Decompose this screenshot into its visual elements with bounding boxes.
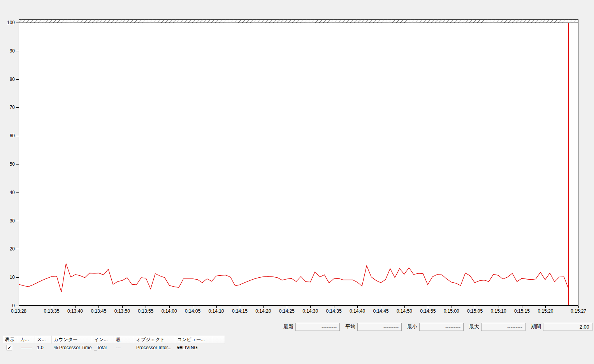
counter-color-cell	[18, 344, 35, 352]
x-axis-tick-label: 0:15:15	[510, 308, 534, 314]
x-axis-tick-label: 0:14:30	[299, 308, 322, 314]
counter-instance-cell: _Total	[92, 344, 114, 352]
x-axis-tick	[287, 306, 287, 308]
y-axis-tick-label: 60	[2, 133, 15, 139]
x-axis-tick	[452, 306, 452, 308]
counter-row[interactable]: ✔1.0% Processor Time_Total---Processor I…	[3, 344, 225, 352]
x-axis-tick-label: 0:13:45	[87, 308, 110, 314]
x-axis-tick-label: 0:14:10	[205, 308, 228, 314]
legend-column-header-counter[interactable]: カウンター	[52, 336, 92, 344]
x-axis-tick-label: 0:13:40	[63, 308, 87, 314]
x-axis-tick	[428, 306, 428, 308]
perfmon-graph-panel: 0102030405060708090100 0:13:280:13:350:1…	[0, 0, 594, 364]
x-axis-tick-label: 0:14:45	[369, 308, 392, 314]
y-axis-tick-label: 50	[2, 161, 15, 167]
x-axis-tick	[578, 306, 579, 308]
y-axis-tick	[16, 23, 19, 23]
latest-value: ---------	[295, 323, 340, 331]
x-axis-tick-label: 0:13:50	[111, 308, 134, 314]
y-axis-tick-label: 30	[2, 218, 15, 224]
x-axis-tick	[19, 306, 19, 308]
x-axis-tick-label: 0:13:55	[134, 308, 157, 314]
x-axis-tick	[381, 306, 381, 308]
x-axis-tick	[499, 306, 499, 308]
y-axis-tick-label: 70	[2, 105, 15, 110]
minimum-value: ---------	[419, 323, 464, 331]
y-axis-tick-label: 10	[2, 275, 15, 280]
stats-bar: 最新 --------- 平均 --------- 最小 --------- 最…	[283, 322, 592, 331]
x-axis-tick-label: 0:14:20	[251, 308, 275, 314]
legend-column-header-parent[interactable]: 親	[114, 336, 134, 344]
average-label: 平均	[345, 323, 355, 330]
x-axis-tick	[240, 306, 240, 308]
x-axis-tick	[545, 306, 546, 308]
x-axis-tick	[146, 306, 146, 308]
y-axis-tick	[16, 164, 19, 164]
y-axis-tick	[16, 79, 19, 80]
x-axis-tick-label: 0:15:00	[440, 308, 463, 314]
x-axis-tick	[357, 306, 358, 308]
y-axis-tick-label: 0	[2, 303, 15, 309]
x-axis-tick	[334, 306, 334, 308]
maximum-value: ---------	[481, 323, 525, 331]
counter-color-swatch	[21, 348, 32, 348]
legend-column-header-computer[interactable]: コンピュー...	[175, 336, 213, 344]
x-axis-tick-label: 0:15:20	[534, 308, 557, 314]
x-axis-tick-label: 0:15:10	[487, 308, 510, 314]
y-axis-tick-label: 80	[2, 77, 15, 82]
legend-header-row: 表示カ...ス...カウンターイン...親オブジェクトコンピュー...	[3, 336, 225, 344]
x-axis-tick	[475, 306, 475, 308]
y-axis-tick	[16, 136, 19, 136]
maximum-label: 最大	[469, 323, 479, 330]
chart-plot-area[interactable]	[19, 23, 578, 306]
y-axis-tick	[16, 107, 19, 108]
x-axis-tick	[52, 306, 52, 308]
duration-label: 期間	[531, 323, 541, 330]
y-axis-tick	[16, 221, 19, 221]
legend-column-header-scale[interactable]: ス...	[35, 336, 52, 344]
legend-column-header-object[interactable]: オブジェクト	[134, 336, 175, 344]
x-axis-tick-label: 0:15:05	[463, 308, 487, 314]
y-axis-tick	[16, 51, 19, 51]
x-axis-tick	[216, 306, 217, 308]
x-axis-tick	[169, 306, 170, 308]
x-axis-tick	[98, 306, 99, 308]
counter-object-cell: Processor Infor...	[134, 344, 175, 352]
x-axis-tick-label: 0:14:55	[416, 308, 439, 314]
y-axis-tick	[16, 249, 19, 249]
latest-label: 最新	[283, 323, 293, 330]
x-axis-tick	[522, 306, 522, 308]
x-axis-tick	[193, 306, 193, 308]
x-axis-tick	[122, 306, 123, 308]
y-axis-tick	[16, 192, 19, 193]
counter-scale-cell: 1.0	[35, 344, 52, 352]
counter-computer-cell: ¥¥LIVING	[175, 344, 213, 352]
legend-column-header-instance[interactable]: イン...	[92, 336, 114, 344]
counter-visible-checkbox[interactable]: ✔	[7, 345, 12, 350]
x-axis-tick-label: 0:13:28	[7, 308, 30, 314]
y-axis-tick-label: 40	[2, 190, 15, 196]
x-axis-tick-label: 0:15:27	[567, 308, 590, 314]
minimum-label: 最小	[407, 323, 417, 330]
y-axis-tick	[16, 277, 19, 278]
x-axis-tick-label: 0:14:50	[393, 308, 416, 314]
x-axis-tick-label: 0:14:40	[346, 308, 369, 314]
x-axis-tick	[310, 306, 311, 308]
x-axis-tick	[404, 306, 405, 308]
counter-legend-table: 表示カ...ス...カウンターイン...親オブジェクトコンピュー... ✔1.0…	[3, 336, 225, 352]
legend-column-header-filler[interactable]	[213, 336, 225, 344]
cpu-usage-line	[19, 264, 569, 292]
legend-column-header-show[interactable]: 表示	[3, 336, 18, 344]
average-value: ---------	[357, 323, 402, 331]
x-axis-tick-label: 0:14:25	[275, 308, 299, 314]
x-axis-tick-label: 0:14:05	[181, 308, 204, 314]
legend-column-header-color[interactable]: カ...	[18, 336, 35, 344]
y-axis-tick-label: 20	[2, 246, 15, 252]
counter-counter-cell: % Processor Time	[52, 344, 92, 352]
x-axis-tick-label: 0:14:15	[228, 308, 251, 314]
duration-value: 2:00	[543, 323, 592, 331]
counter-visible-cell: ✔	[3, 344, 18, 352]
x-axis-tick-label: 0:14:00	[158, 308, 181, 314]
x-axis-tick	[263, 306, 264, 308]
x-axis-tick-label: 0:13:35	[40, 308, 63, 314]
